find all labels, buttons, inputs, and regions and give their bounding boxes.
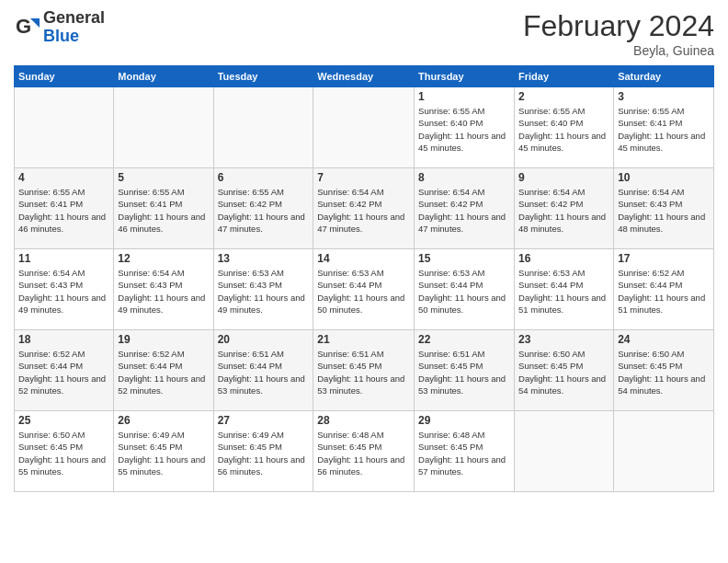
- calendar-day-cell: 21Sunrise: 6:51 AMSunset: 6:45 PMDayligh…: [313, 330, 415, 411]
- calendar-table: SundayMondayTuesdayWednesdayThursdayFrid…: [14, 65, 714, 492]
- day-number: 15: [418, 252, 510, 265]
- day-info: Sunrise: 6:52 AMSunset: 6:44 PMDaylight:…: [118, 348, 209, 396]
- day-info: Sunrise: 6:50 AMSunset: 6:45 PMDaylight:…: [518, 348, 609, 396]
- page-header: G General Blue February 2024 Beyla, Guin…: [14, 9, 714, 58]
- day-number: 19: [118, 333, 209, 346]
- day-number: 24: [618, 333, 710, 346]
- day-info: Sunrise: 6:51 AMSunset: 6:45 PMDaylight:…: [418, 348, 510, 396]
- day-info: Sunrise: 6:54 AMSunset: 6:43 PMDaylight:…: [618, 186, 710, 235]
- day-of-week-header: Thursday: [415, 66, 515, 87]
- day-number: 9: [518, 171, 609, 184]
- calendar-day-cell: 19Sunrise: 6:52 AMSunset: 6:44 PMDayligh…: [114, 330, 213, 411]
- day-number: 21: [317, 333, 410, 346]
- calendar-day-cell: 12Sunrise: 6:54 AMSunset: 6:43 PMDayligh…: [114, 249, 213, 330]
- day-number: 14: [317, 252, 410, 265]
- calendar-day-cell: 28Sunrise: 6:48 AMSunset: 6:45 PMDayligh…: [313, 411, 415, 492]
- day-number: 17: [618, 252, 710, 265]
- day-info: Sunrise: 6:48 AMSunset: 6:45 PMDaylight:…: [317, 429, 410, 477]
- calendar-day-cell: 2Sunrise: 6:55 AMSunset: 6:40 PMDaylight…: [515, 87, 614, 168]
- svg-marker-1: [30, 18, 40, 28]
- calendar-day-cell: 15Sunrise: 6:53 AMSunset: 6:44 PMDayligh…: [415, 249, 515, 330]
- calendar-day-cell: 4Sunrise: 6:55 AMSunset: 6:41 PMDaylight…: [15, 168, 114, 249]
- day-number: 27: [218, 414, 310, 427]
- calendar-day-cell: 23Sunrise: 6:50 AMSunset: 6:45 PMDayligh…: [515, 330, 614, 411]
- calendar-day-cell: 10Sunrise: 6:54 AMSunset: 6:43 PMDayligh…: [614, 168, 714, 249]
- logo: G General Blue: [14, 9, 105, 46]
- day-info: Sunrise: 6:54 AMSunset: 6:43 PMDaylight:…: [118, 267, 209, 316]
- day-info: Sunrise: 6:55 AMSunset: 6:42 PMDaylight:…: [218, 186, 310, 235]
- day-of-week-header: Sunday: [15, 66, 114, 87]
- calendar-day-cell: [15, 87, 114, 168]
- calendar-day-cell: 11Sunrise: 6:54 AMSunset: 6:43 PMDayligh…: [15, 249, 114, 330]
- location-subtitle: Beyla, Guinea: [523, 43, 714, 58]
- day-info: Sunrise: 6:54 AMSunset: 6:43 PMDaylight:…: [18, 267, 109, 316]
- day-info: Sunrise: 6:53 AMSunset: 6:44 PMDaylight:…: [418, 267, 510, 316]
- calendar-day-cell: 13Sunrise: 6:53 AMSunset: 6:43 PMDayligh…: [213, 249, 313, 330]
- calendar-day-cell: 1Sunrise: 6:55 AMSunset: 6:40 PMDaylight…: [415, 87, 515, 168]
- day-info: Sunrise: 6:49 AMSunset: 6:45 PMDaylight:…: [118, 429, 209, 477]
- day-info: Sunrise: 6:49 AMSunset: 6:45 PMDaylight:…: [218, 429, 310, 477]
- day-info: Sunrise: 6:54 AMSunset: 6:42 PMDaylight:…: [317, 186, 410, 235]
- day-number: 25: [18, 414, 109, 427]
- calendar-day-cell: 17Sunrise: 6:52 AMSunset: 6:44 PMDayligh…: [614, 249, 714, 330]
- calendar-day-cell: 3Sunrise: 6:55 AMSunset: 6:41 PMDaylight…: [614, 87, 714, 168]
- day-info: Sunrise: 6:53 AMSunset: 6:44 PMDaylight:…: [317, 267, 410, 316]
- day-info: Sunrise: 6:55 AMSunset: 6:40 PMDaylight:…: [518, 105, 609, 154]
- day-number: 4: [18, 171, 109, 184]
- day-info: Sunrise: 6:55 AMSunset: 6:41 PMDaylight:…: [18, 186, 109, 235]
- day-number: 5: [118, 171, 209, 184]
- calendar-day-cell: 18Sunrise: 6:52 AMSunset: 6:44 PMDayligh…: [15, 330, 114, 411]
- calendar-day-cell: 27Sunrise: 6:49 AMSunset: 6:45 PMDayligh…: [213, 411, 313, 492]
- calendar-day-cell: 20Sunrise: 6:51 AMSunset: 6:44 PMDayligh…: [213, 330, 313, 411]
- logo-general-text: General: [43, 9, 105, 28]
- calendar-day-cell: 9Sunrise: 6:54 AMSunset: 6:42 PMDaylight…: [515, 168, 614, 249]
- calendar-day-cell: 14Sunrise: 6:53 AMSunset: 6:44 PMDayligh…: [313, 249, 415, 330]
- day-info: Sunrise: 6:55 AMSunset: 6:41 PMDaylight:…: [118, 186, 209, 235]
- calendar-week-row: 4Sunrise: 6:55 AMSunset: 6:41 PMDaylight…: [15, 168, 714, 249]
- day-of-week-header: Wednesday: [313, 66, 415, 87]
- day-of-week-header: Saturday: [614, 66, 714, 87]
- day-number: 12: [118, 252, 209, 265]
- day-number: 29: [418, 414, 510, 427]
- calendar-day-cell: [515, 411, 614, 492]
- calendar-day-cell: [313, 87, 415, 168]
- day-info: Sunrise: 6:54 AMSunset: 6:42 PMDaylight:…: [418, 186, 510, 235]
- title-block: February 2024 Beyla, Guinea: [523, 9, 714, 58]
- day-number: 1: [418, 90, 510, 103]
- day-info: Sunrise: 6:52 AMSunset: 6:44 PMDaylight:…: [618, 267, 710, 316]
- calendar-day-cell: 22Sunrise: 6:51 AMSunset: 6:45 PMDayligh…: [415, 330, 515, 411]
- day-number: 2: [518, 90, 609, 103]
- day-info: Sunrise: 6:51 AMSunset: 6:44 PMDaylight:…: [218, 348, 310, 396]
- day-number: 8: [418, 171, 510, 184]
- day-number: 22: [418, 333, 510, 346]
- calendar-day-cell: 8Sunrise: 6:54 AMSunset: 6:42 PMDaylight…: [415, 168, 515, 249]
- logo-icon: G: [14, 15, 40, 40]
- calendar-day-cell: 5Sunrise: 6:55 AMSunset: 6:41 PMDaylight…: [114, 168, 213, 249]
- day-number: 20: [218, 333, 310, 346]
- calendar-day-cell: 16Sunrise: 6:53 AMSunset: 6:44 PMDayligh…: [515, 249, 614, 330]
- day-number: 7: [317, 171, 410, 184]
- day-number: 18: [18, 333, 109, 346]
- calendar-week-row: 11Sunrise: 6:54 AMSunset: 6:43 PMDayligh…: [15, 249, 714, 330]
- calendar-week-row: 25Sunrise: 6:50 AMSunset: 6:45 PMDayligh…: [15, 411, 714, 492]
- calendar-week-row: 1Sunrise: 6:55 AMSunset: 6:40 PMDaylight…: [15, 87, 714, 168]
- month-title: February 2024: [523, 9, 714, 43]
- day-info: Sunrise: 6:54 AMSunset: 6:42 PMDaylight:…: [518, 186, 609, 235]
- day-of-week-header: Tuesday: [213, 66, 313, 87]
- day-number: 6: [218, 171, 310, 184]
- calendar-week-row: 18Sunrise: 6:52 AMSunset: 6:44 PMDayligh…: [15, 330, 714, 411]
- calendar-day-cell: 24Sunrise: 6:50 AMSunset: 6:45 PMDayligh…: [614, 330, 714, 411]
- day-number: 10: [618, 171, 710, 184]
- day-info: Sunrise: 6:55 AMSunset: 6:41 PMDaylight:…: [618, 105, 710, 154]
- calendar-day-cell: 26Sunrise: 6:49 AMSunset: 6:45 PMDayligh…: [114, 411, 213, 492]
- day-of-week-header: Friday: [515, 66, 614, 87]
- day-info: Sunrise: 6:53 AMSunset: 6:44 PMDaylight:…: [518, 267, 609, 316]
- day-info: Sunrise: 6:52 AMSunset: 6:44 PMDaylight:…: [18, 348, 109, 396]
- day-number: 3: [618, 90, 710, 103]
- calendar-day-cell: [213, 87, 313, 168]
- calendar-day-cell: 6Sunrise: 6:55 AMSunset: 6:42 PMDaylight…: [213, 168, 313, 249]
- day-info: Sunrise: 6:55 AMSunset: 6:40 PMDaylight:…: [418, 105, 510, 154]
- logo-blue-text: Blue: [43, 28, 105, 46]
- calendar-day-cell: [114, 87, 213, 168]
- day-info: Sunrise: 6:50 AMSunset: 6:45 PMDaylight:…: [18, 429, 109, 477]
